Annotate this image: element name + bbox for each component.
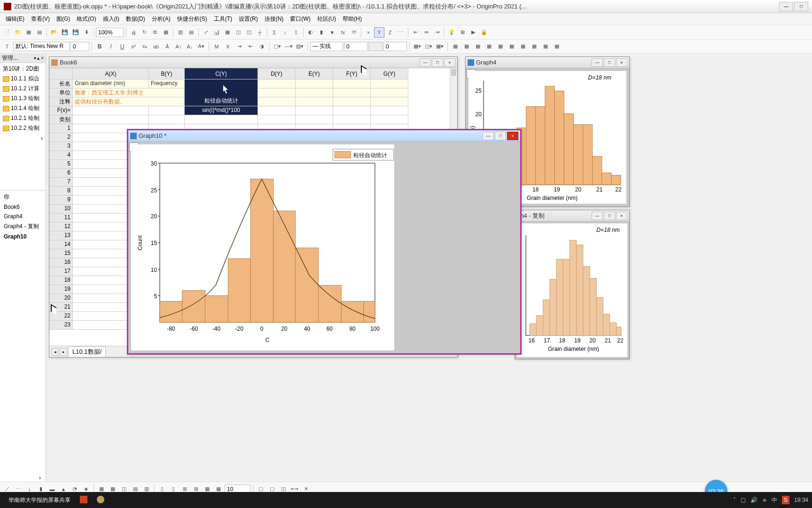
col-header-a[interactable]: A(X) — [73, 68, 149, 79]
row-header[interactable]: 12 — [49, 222, 73, 231]
new-workbook-icon[interactable]: ▦ — [23, 27, 34, 38]
row-header[interactable]: 8 — [49, 187, 73, 196]
row-header[interactable]: 16 — [49, 258, 73, 267]
font-name-combo[interactable] — [13, 42, 70, 51]
taskbar-app-wps[interactable] — [75, 494, 92, 507]
menu-format[interactable]: 格式(O) — [74, 14, 99, 24]
book-maximize[interactable]: □ — [432, 58, 443, 67]
func-icon[interactable]: fx — [338, 27, 348, 38]
font-size-combo[interactable] — [70, 42, 89, 51]
x-icon[interactable]: × — [363, 27, 374, 38]
theme9-icon[interactable]: ▦ — [540, 41, 551, 52]
col-icon[interactable]: ▯ — [291, 27, 301, 38]
notes-icon[interactable]: ▤ — [186, 27, 196, 38]
addaxis-icon[interactable]: ┼ — [255, 27, 265, 38]
menu-data[interactable]: 数据(D) — [123, 14, 148, 24]
underline-icon[interactable]: U — [117, 41, 127, 52]
import-icon[interactable]: ⬇ — [81, 27, 92, 38]
book-minimize[interactable]: — — [420, 58, 431, 67]
layout-icon[interactable]: ▥ — [175, 27, 186, 38]
worksheet-grid[interactable]: A(X) B(Y) C(Y) D(Y) E(Y) F(Y) G(Y) 长名 Gr… — [49, 68, 457, 124]
sidebar-pin-icon[interactable]: ▾ ▴ × — [34, 56, 44, 61]
theme4-icon[interactable]: ▦ — [484, 41, 494, 52]
zoom-combo[interactable] — [96, 28, 124, 37]
y-icon[interactable]: Y — [374, 27, 384, 38]
tree-item[interactable]: 10.1.3 绘制 — [1, 94, 45, 103]
more-icon[interactable]: ⋯ — [396, 27, 406, 38]
window-list-item-active[interactable]: Graph10 — [1, 232, 45, 241]
new-project-icon[interactable]: 📄 — [2, 27, 12, 38]
tray-up-icon[interactable]: ˄ — [733, 497, 736, 503]
graph4c-minimize[interactable]: — — [592, 212, 603, 220]
outdent-icon[interactable]: ⇤ — [245, 41, 256, 52]
theme7-icon[interactable]: ▦ — [518, 41, 528, 52]
text-tool-icon[interactable]: T — [2, 41, 12, 52]
menu-graph[interactable]: 图(G) — [54, 14, 73, 24]
graph4c-maximize[interactable]: □ — [604, 212, 615, 220]
menu-preferences[interactable]: 设置(R) — [236, 14, 261, 24]
theme2-icon[interactable]: ▦ — [461, 41, 472, 52]
row-header[interactable]: 9 — [49, 196, 73, 205]
pattern-icon[interactable]: ▨▾ — [295, 41, 305, 52]
row-header[interactable]: 3 — [49, 142, 73, 151]
row-header[interactable]: 17 — [49, 267, 73, 276]
tree-item[interactable]: 10.1.1 拟合 — [1, 74, 45, 84]
menu-analysis[interactable]: 分析(A) — [149, 14, 173, 24]
menu-gadgets[interactable]: 快捷分析(S) — [174, 14, 210, 24]
open-icon[interactable]: 📂 — [49, 27, 59, 38]
bar-icon[interactable]: ▮ — [316, 27, 327, 38]
col-header-f[interactable]: F(Y) — [333, 68, 371, 79]
col-header-d[interactable]: D(Y) — [258, 68, 296, 79]
rowlabel-fx[interactable]: F(x)= — [49, 106, 73, 115]
theme1-icon[interactable]: ▦ — [450, 41, 461, 52]
corner-cell[interactable] — [49, 68, 73, 79]
superscript-icon[interactable]: x² — [128, 41, 139, 52]
linestyle-combo[interactable] — [310, 42, 343, 51]
addlayer-icon[interactable]: ▦ — [222, 27, 233, 38]
menu-tools[interactable]: 工具(T) — [211, 14, 235, 24]
c-fx-cell[interactable]: sin(i)*rnd()*100 — [185, 106, 258, 115]
row-header[interactable]: 11 — [49, 214, 73, 222]
filter-icon[interactable]: ▼ — [327, 27, 337, 38]
menu-window[interactable]: 窗口(W) — [287, 14, 313, 24]
greek-icon[interactable]: Å — [162, 41, 172, 52]
graph10-plot[interactable]: 粒径自动统计 30 25 20 15 — [131, 144, 394, 350]
decrease-font-icon[interactable]: A↓ — [185, 41, 195, 52]
lineswatch[interactable] — [368, 42, 383, 51]
rowlabel-category[interactable]: 类别 — [49, 115, 73, 124]
tree-root[interactable]: 第10讲：2D图 — [1, 64, 45, 74]
save-icon[interactable]: 💾 — [60, 27, 70, 38]
rescale-icon[interactable]: ⤢ — [201, 27, 211, 38]
graph10-close[interactable]: × — [507, 132, 518, 140]
row-header[interactable]: 19 — [49, 285, 73, 294]
window-maximize[interactable]: □ — [794, 2, 808, 11]
symbol-x-icon[interactable]: X — [223, 41, 233, 52]
menu-connectivity[interactable]: 连接(N) — [262, 14, 287, 24]
tray-ime[interactable]: 中 — [772, 496, 777, 504]
rowlabel-units[interactable]: 单位 — [49, 88, 73, 97]
rowlabel-longname[interactable]: 长名 — [49, 79, 73, 88]
col-header-c-selected[interactable]: C(Y) — [185, 68, 258, 79]
row-header[interactable]: 7 — [49, 178, 73, 187]
graph4-maximize[interactable]: □ — [604, 58, 615, 67]
lightbulb-icon[interactable]: 💡 — [446, 27, 457, 38]
linewidth2-combo[interactable] — [383, 42, 407, 51]
menu-help[interactable]: 帮助(H) — [340, 14, 365, 24]
italic-icon[interactable]: I — [106, 41, 116, 52]
table-icon[interactable]: ◫▾ — [423, 41, 434, 52]
graph4-minimize[interactable]: — — [592, 58, 603, 67]
apps-icon[interactable]: ⊞ — [457, 27, 468, 38]
scroll-up-icon[interactable] — [451, 69, 456, 76]
graph4-close[interactable]: × — [616, 58, 627, 67]
subscript-icon[interactable]: x₂ — [140, 41, 150, 52]
strikeout-icon[interactable]: ab — [151, 41, 161, 52]
theme8-icon[interactable]: ▦ — [529, 41, 539, 52]
window-list-item[interactable]: Graph4 — [1, 212, 45, 221]
new-folder-icon[interactable]: 📁 — [13, 27, 23, 38]
bold-icon[interactable]: B — [94, 41, 105, 52]
indent-icon[interactable]: ⇥ — [234, 41, 244, 52]
col-header-g[interactable]: G(Y) — [371, 68, 408, 79]
sort-icon[interactable]: ↕ — [280, 27, 290, 38]
taskbar-app-origin[interactable] — [92, 494, 109, 507]
window-list-item[interactable]: Book6 — [1, 202, 45, 212]
